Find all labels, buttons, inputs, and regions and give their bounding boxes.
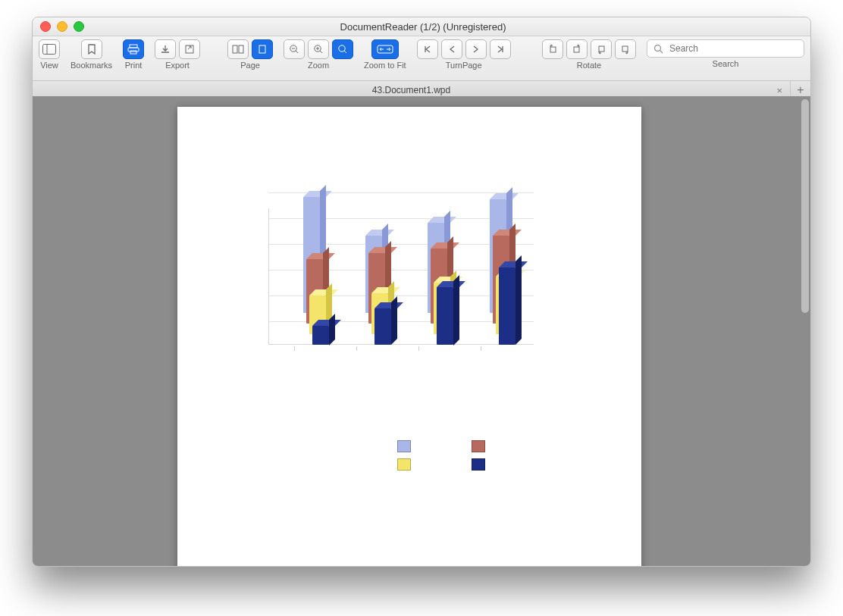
close-tab-icon[interactable]: × xyxy=(776,85,782,96)
svg-rect-20 xyxy=(574,47,579,52)
svg-point-23 xyxy=(655,45,661,51)
svg-line-24 xyxy=(660,50,663,53)
legend-swatch xyxy=(472,440,485,452)
titlebar: DocumentReader (1/2) (Unregistered) xyxy=(33,17,810,36)
view-button[interactable] xyxy=(39,39,60,59)
rotate-right-button[interactable] xyxy=(566,39,588,59)
view-label: View xyxy=(40,61,58,70)
print-button[interactable] xyxy=(123,39,144,59)
zoom-to-fit-label: Zoom to Fit xyxy=(364,61,406,70)
svg-rect-19 xyxy=(550,47,556,52)
chart xyxy=(261,201,549,458)
svg-line-10 xyxy=(296,51,298,53)
scrollbar-thumb[interactable] xyxy=(801,99,809,313)
bookmarks-label: Bookmarks xyxy=(71,61,112,70)
bar xyxy=(374,308,391,345)
export-download-button[interactable] xyxy=(155,39,176,59)
search-label: Search xyxy=(713,59,739,68)
svg-line-13 xyxy=(320,51,322,53)
legend-swatch xyxy=(472,458,485,471)
export-share-button[interactable] xyxy=(179,39,200,59)
bar xyxy=(312,326,329,346)
document-tab-label: 43.Document1.wpd xyxy=(372,85,450,95)
search-input[interactable] xyxy=(668,42,798,55)
rotate-left-button[interactable] xyxy=(542,39,563,59)
window-title: DocumentReader (1/2) (Unregistered) xyxy=(43,21,803,33)
zoom-actual-button[interactable] xyxy=(332,39,353,59)
legend-swatch xyxy=(397,458,411,471)
svg-rect-8 xyxy=(259,45,265,53)
app-window: DocumentReader (1/2) (Unregistered) View… xyxy=(32,17,811,567)
zoom-in-button[interactable] xyxy=(308,39,329,59)
next-page-button[interactable] xyxy=(465,39,487,59)
page-facing-button[interactable] xyxy=(227,39,249,59)
prev-page-button[interactable] xyxy=(441,39,462,59)
last-page-button[interactable] xyxy=(490,39,511,59)
bookmarks-button[interactable] xyxy=(81,39,102,59)
legend-swatch xyxy=(397,440,411,452)
bar xyxy=(499,267,516,345)
svg-rect-6 xyxy=(233,45,237,53)
svg-point-16 xyxy=(339,45,345,52)
document-page xyxy=(177,107,641,566)
export-label: Export xyxy=(165,61,190,70)
document-viewport xyxy=(33,96,810,566)
search-icon xyxy=(653,44,663,54)
first-page-button[interactable] xyxy=(417,39,438,59)
turnpage-label: TurnPage xyxy=(446,61,482,70)
svg-rect-22 xyxy=(622,46,628,52)
rotate-label: Rotate xyxy=(577,61,601,70)
search-field[interactable] xyxy=(647,39,804,58)
toolbar: View Bookmarks Print xyxy=(33,36,810,81)
svg-rect-7 xyxy=(239,45,243,53)
print-label: Print xyxy=(125,61,143,70)
svg-line-17 xyxy=(344,51,346,53)
rotate-right-alt-button[interactable] xyxy=(615,39,636,59)
svg-rect-21 xyxy=(599,46,604,52)
rotate-left-alt-button[interactable] xyxy=(591,39,612,59)
zoom-to-fit-button[interactable] xyxy=(371,39,399,59)
page-label: Page xyxy=(240,61,260,70)
zoom-label: Zoom xyxy=(308,61,329,70)
bar xyxy=(437,287,453,346)
vertical-scrollbar[interactable] xyxy=(801,99,809,563)
svg-rect-0 xyxy=(43,45,56,55)
page-single-button[interactable] xyxy=(252,39,273,59)
svg-rect-2 xyxy=(130,45,137,48)
zoom-out-button[interactable] xyxy=(284,39,305,59)
